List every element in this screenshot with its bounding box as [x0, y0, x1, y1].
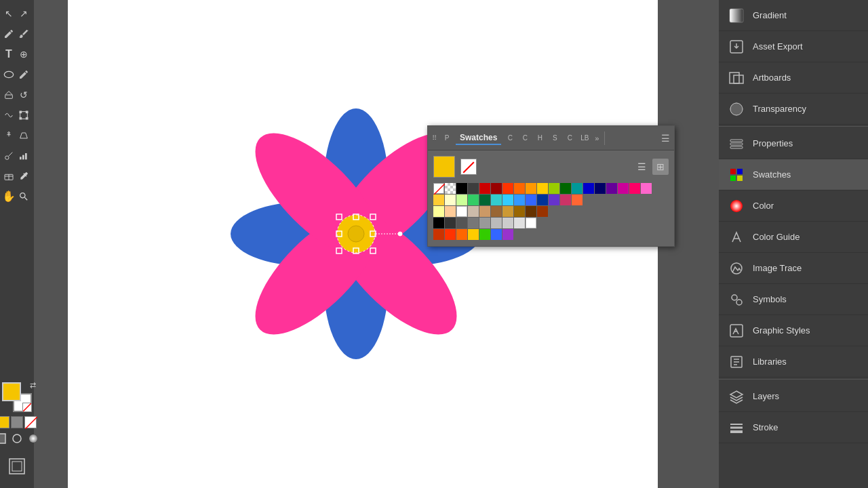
swatch-yellow2[interactable] [433, 195, 444, 205]
swatch-green1[interactable] [560, 183, 571, 194]
swatch-dark-gray2[interactable] [445, 218, 456, 228]
swatch-cream[interactable] [445, 195, 456, 205]
swatch-red2[interactable] [560, 195, 571, 205]
slice-tool[interactable] [2, 167, 16, 186]
swatch-blue1[interactable] [583, 183, 594, 194]
panel-item-stroke[interactable]: Stroke [719, 412, 868, 443]
swatch-yellow1[interactable] [537, 183, 548, 194]
swatch-magenta1[interactable] [618, 183, 629, 194]
perspective-tool[interactable] [17, 126, 31, 145]
panel-item-gradient[interactable]: Gradient [719, 0, 868, 31]
swatch-light-gray2[interactable] [468, 206, 479, 217]
panel-item-artboards[interactable]: Artboards [719, 62, 868, 94]
swatch-red1[interactable] [479, 183, 490, 194]
warp-tool[interactable] [2, 106, 16, 125]
brush-tool[interactable] [17, 24, 31, 43]
swatch-yellow-green[interactable] [549, 183, 559, 194]
stroke-options-btn[interactable] [9, 431, 24, 446]
symbol-spray-tool[interactable] [2, 146, 16, 165]
eyedropper-tool[interactable] [17, 167, 31, 186]
swatch-orange1[interactable] [514, 183, 525, 194]
swatch-blue4[interactable] [491, 229, 502, 240]
ellipse-tool[interactable] [2, 65, 16, 84]
swatch-teal1[interactable] [572, 183, 583, 194]
panel-more-btn[interactable]: » [595, 134, 599, 142]
swatch-dark-blue2[interactable] [537, 195, 548, 205]
panel-icon-2[interactable]: C [519, 132, 531, 144]
swatch-light-yellow[interactable] [433, 206, 444, 217]
swatch-peach[interactable] [445, 206, 456, 217]
free-transform-tool[interactable] [17, 106, 31, 125]
swatch-black[interactable] [456, 183, 467, 194]
swatch-tan[interactable] [479, 206, 490, 217]
swatch-white3[interactable] [526, 218, 536, 228]
swatch-gray3[interactable] [456, 218, 467, 228]
panel-item-swatches[interactable]: Swatches [719, 159, 868, 190]
rotate-tool[interactable]: ↺ [17, 85, 31, 104]
panel-item-asset-export[interactable]: Asset Export [719, 31, 868, 62]
swatch-light-brown[interactable] [502, 206, 513, 217]
swatch-dark-brown1[interactable] [526, 206, 536, 217]
swatch-white-check[interactable] [445, 183, 456, 194]
grid-view-btn[interactable]: ⊞ [652, 159, 669, 175]
panel-menu-btn[interactable]: ☰ [661, 133, 670, 144]
swatch-orange3[interactable] [456, 229, 467, 240]
panel-item-properties[interactable]: Properties [719, 128, 868, 159]
swatch-light-gray3[interactable] [491, 218, 502, 228]
panel-item-color-guide[interactable]: Color Guide [719, 222, 868, 253]
swatch-green2[interactable] [468, 195, 479, 205]
swatch-gray5[interactable] [479, 218, 490, 228]
swatch-yellow-orange[interactable] [526, 183, 536, 194]
swatch-green3[interactable] [479, 229, 490, 240]
swatch-dark-red2[interactable] [433, 229, 444, 240]
hand-tool[interactable]: ✋ [2, 187, 16, 206]
panel-item-color[interactable]: Color [719, 190, 868, 222]
panel-tab-p[interactable]: P [441, 132, 453, 144]
panel-icon-6[interactable]: LB [578, 132, 591, 144]
foreground-color[interactable] [2, 382, 21, 401]
panel-icon-5[interactable]: C [564, 132, 576, 144]
swatch-dark-red[interactable] [491, 183, 502, 194]
swatch-brown1[interactable] [491, 206, 502, 217]
direct-select-tool[interactable]: ↗ [17, 4, 31, 23]
swap-colors-icon[interactable]: ⇄ [30, 381, 36, 390]
swatch-purple3[interactable] [502, 229, 513, 240]
list-view-btn[interactable]: ☰ [633, 159, 650, 175]
artboard-btn[interactable] [5, 454, 29, 479]
swatch-hot-pink[interactable] [629, 183, 640, 194]
swatch-dark-green[interactable] [479, 195, 490, 205]
panel-item-libraries[interactable]: Libraries [719, 346, 868, 378]
swatch-white2[interactable] [456, 206, 467, 217]
panel-icon-4[interactable]: S [549, 132, 561, 144]
select-tool[interactable]: ↖ [2, 4, 16, 23]
none-swatch[interactable] [460, 159, 477, 175]
swatch-dark-gray[interactable] [468, 183, 479, 194]
swatch-orange2[interactable] [572, 195, 583, 205]
puppet-warp-tool[interactable] [2, 126, 16, 145]
eraser-tool[interactable] [2, 85, 16, 104]
swatch-darker-brown[interactable] [537, 206, 548, 217]
swatch-black2[interactable] [433, 218, 444, 228]
pencil-tool[interactable] [17, 65, 31, 84]
swatch-med-brown[interactable] [514, 206, 525, 217]
panel-icon-1[interactable]: C [504, 132, 516, 144]
swatch-light-green[interactable] [456, 195, 467, 205]
swatch-purple2[interactable] [549, 195, 559, 205]
small-none-swatch[interactable] [24, 416, 37, 428]
touch-type-tool[interactable]: ⊕ [17, 45, 31, 64]
panel-item-image-trace[interactable]: Image Trace [719, 253, 868, 284]
swatch-orange-red[interactable] [502, 183, 513, 194]
swatches-tab[interactable]: Swatches [456, 131, 501, 145]
swatch-blue2[interactable] [514, 195, 525, 205]
swatch-yellow3[interactable] [468, 229, 479, 240]
panel-item-transparency[interactable]: Transparency [719, 94, 868, 125]
small-bg-swatch[interactable] [11, 416, 23, 428]
swatch-red3[interactable] [445, 229, 456, 240]
type-tool[interactable]: T [2, 45, 16, 64]
panel-item-symbols[interactable]: Symbols [719, 284, 868, 315]
swatch-lightest-gray[interactable] [514, 218, 525, 228]
zoom-tool[interactable] [17, 187, 31, 206]
small-fg-swatch[interactable] [0, 416, 9, 428]
panel-icon-3[interactable]: H [534, 132, 546, 144]
pen-tool[interactable] [2, 24, 16, 43]
